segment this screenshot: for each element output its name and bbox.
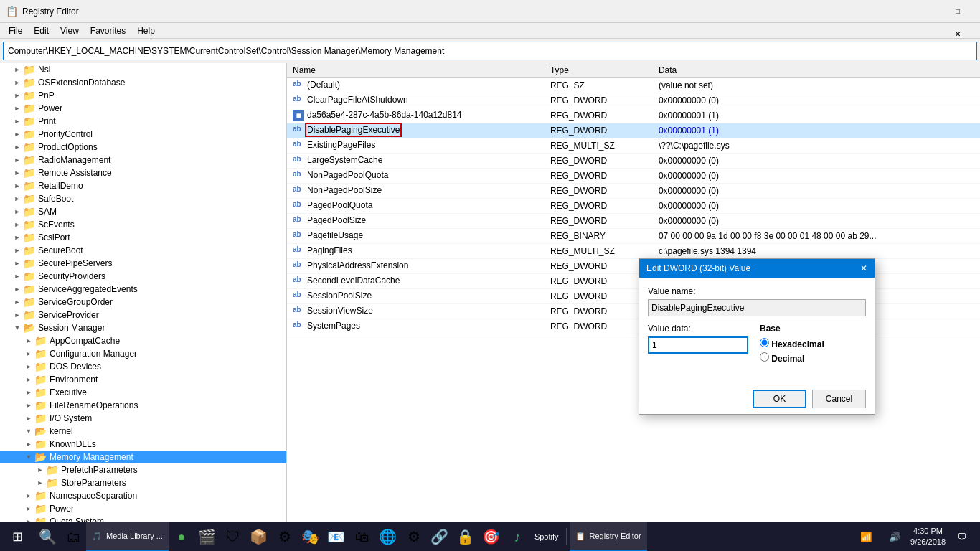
- tree-item-NamespaceSeparation[interactable]: ►📁NamespaceSeparation: [0, 489, 286, 502]
- taskbar-app-media[interactable]: 🎵 Media Library ...: [86, 522, 169, 551]
- expander-SecureBoot[interactable]: ►: [11, 245, 23, 256]
- taskbar-film[interactable]: 🎬: [194, 522, 220, 551]
- expander-PrefetchParameters[interactable]: ►: [34, 464, 46, 476]
- ok-button[interactable]: OK: [753, 390, 806, 408]
- expander-ConfigurationManager[interactable]: ►: [23, 348, 34, 359]
- expander-ServiceProvider[interactable]: ►: [11, 309, 23, 321]
- hexadecimal-radio-label[interactable]: Hexadecimal: [760, 338, 866, 349]
- tree-item-Executive[interactable]: ►📁Executive: [0, 386, 286, 399]
- expander-OSExtensionDatabase[interactable]: ►: [11, 77, 23, 88]
- tree-item-SecureBoot[interactable]: ►📁SecureBoot: [0, 244, 286, 257]
- tree-item-KnownDLLs[interactable]: ►📁KnownDLLs: [0, 438, 286, 451]
- expander-Power2[interactable]: ►: [23, 503, 34, 514]
- registry-row-11[interactable]: abPagingFilesREG_MULTI_SZc:\pagefile.sys…: [287, 244, 980, 259]
- tree-item-ServiceGroupOrder[interactable]: ►📁ServiceGroupOrder: [0, 296, 286, 309]
- expander-KnownDLLs[interactable]: ►: [23, 438, 34, 450]
- expander-AppCompatCache[interactable]: ►: [23, 335, 34, 347]
- expander-kernel[interactable]: ▼: [23, 425, 34, 437]
- tree-item-PriorityControl[interactable]: ►📁PriorityControl: [0, 128, 286, 141]
- close-button[interactable]: ✕: [941, 23, 974, 46]
- tree-item-ScEvents[interactable]: ►📁ScEvents: [0, 218, 286, 231]
- tree-item-ScsiPort[interactable]: ►📁ScsiPort: [0, 231, 286, 244]
- taskbar-mail[interactable]: 📧: [324, 522, 349, 551]
- decimal-radio-label[interactable]: Decimal: [760, 352, 866, 364]
- registry-row-16[interactable]: abSystemPagesREG_DWORD0x00000000 (0): [287, 319, 980, 334]
- registry-row-10[interactable]: abPagefileUsageREG_BINARY07 00 00 00 9a …: [287, 229, 980, 244]
- tree-item-AppCompatCache[interactable]: ►📁AppCompatCache: [0, 334, 286, 347]
- registry-row-2[interactable]: ■da56a5e4-287c-4a5b-86da-140a12d814REG_D…: [287, 108, 980, 123]
- expander-Power[interactable]: ►: [11, 103, 23, 114]
- registry-row-4[interactable]: abExistingPageFilesREG_MULTI_SZ\??\C:\pa…: [287, 138, 980, 154]
- tree-item-Power2[interactable]: ►📁Power: [0, 502, 286, 515]
- registry-row-14[interactable]: abSessionPoolSizeREG_DWORD0x00000004 (4): [287, 289, 980, 304]
- address-bar[interactable]: Computer\HKEY_LOCAL_MACHINE\SYSTEM\Curre…: [3, 42, 977, 60]
- dialog-close-button[interactable]: ✕: [860, 263, 867, 273]
- tree-item-SessionManager[interactable]: ▼📂Session Manager: [0, 321, 286, 334]
- taskbar-shield[interactable]: 🛡: [220, 522, 246, 551]
- tree-item-PnP[interactable]: ►📁PnP: [0, 89, 286, 102]
- taskbar-settings[interactable]: ⚙: [272, 522, 298, 551]
- expander-DOSDevices[interactable]: ►: [23, 361, 34, 372]
- taskbar-store[interactable]: 🛍: [349, 522, 375, 551]
- tree-item-OSExtensionDatabase[interactable]: ►📁OSExtensionDatabase: [0, 76, 286, 89]
- tree-item-Power[interactable]: ►📁Power: [0, 102, 286, 115]
- registry-row-9[interactable]: abPagedPoolSizeREG_DWORD0x00000000 (0): [287, 214, 980, 229]
- taskbar-task-view[interactable]: 🗂: [60, 522, 86, 551]
- expander-MemoryManagement[interactable]: ▼: [23, 451, 34, 463]
- expander-RemoteAssistance[interactable]: ►: [11, 167, 23, 179]
- expander-SecurityProviders[interactable]: ►: [11, 270, 23, 282]
- expander-StoreParameters[interactable]: ►: [34, 477, 46, 489]
- menu-help[interactable]: Help: [131, 24, 161, 37]
- taskbar-pkg[interactable]: 📦: [246, 522, 272, 551]
- tree-item-ConfigurationManager[interactable]: ►📁Configuration Manager: [0, 347, 286, 360]
- menu-edit[interactable]: Edit: [28, 24, 55, 37]
- taskbar-network[interactable]: 📶: [853, 522, 879, 551]
- decimal-radio[interactable]: [760, 352, 769, 362]
- tree-item-StoreParameters[interactable]: ►📁StoreParameters: [0, 476, 286, 489]
- tree-item-Nsi[interactable]: ►📁Nsi: [0, 63, 286, 76]
- tree-item-ServiceProvider[interactable]: ►📁ServiceProvider: [0, 309, 286, 321]
- taskbar-search[interactable]: 🔍: [34, 522, 60, 551]
- tree-item-SecurityProviders[interactable]: ►📁SecurityProviders: [0, 270, 286, 283]
- registry-row-13[interactable]: abSecondLevelDataCacheREG_DWORD0x0000000…: [287, 274, 980, 289]
- expander-RadioManagement[interactable]: ►: [11, 154, 23, 166]
- tree-item-kernel[interactable]: ▼📂kernel: [0, 425, 286, 438]
- tree-item-RetailDemo[interactable]: ►📁RetailDemo: [0, 179, 286, 192]
- expander-RetailDemo[interactable]: ►: [11, 180, 23, 192]
- expander-ScsiPort[interactable]: ►: [11, 232, 23, 243]
- registry-row-1[interactable]: abClearPageFileAtShutdownREG_DWORD0x0000…: [287, 93, 980, 108]
- taskbar-app-regedit[interactable]: 📋 Registry Editor: [570, 522, 647, 551]
- expander-PriorityControl[interactable]: ►: [11, 128, 23, 140]
- registry-row-8[interactable]: abPagedPoolQuotaREG_DWORD0x00000000 (0): [287, 199, 980, 214]
- taskbar-target[interactable]: 🎯: [479, 522, 504, 551]
- expander-Print[interactable]: ►: [11, 116, 23, 127]
- expander-Nsi[interactable]: ►: [11, 64, 23, 75]
- menu-file[interactable]: File: [3, 24, 28, 37]
- registry-row-3[interactable]: abDisablePagingExecutiveREG_DWORD0x00000…: [287, 123, 980, 138]
- registry-row-0[interactable]: ab(Default)REG_SZ(value not set): [287, 78, 980, 93]
- registry-row-7[interactable]: abNonPagedPoolSizeREG_DWORD0x00000000 (0…: [287, 184, 980, 199]
- tree-item-RadioManagement[interactable]: ►📁RadioManagement: [0, 154, 286, 166]
- tree-item-DOSDevices[interactable]: ►📁DOS Devices: [0, 360, 286, 373]
- value-name-input[interactable]: [648, 299, 866, 316]
- taskbar-link[interactable]: 🔗: [427, 522, 453, 551]
- taskbar-sec[interactable]: 🔒: [453, 522, 479, 551]
- tree-item-FileRenameOperations[interactable]: ►📁FileRenameOperations: [0, 399, 286, 412]
- taskbar-chrome[interactable]: ●: [169, 522, 194, 551]
- tree-item-QuotaSystem[interactable]: ►📁Quota System: [0, 515, 286, 522]
- value-data-input[interactable]: [648, 336, 748, 354]
- tree-item-Environment[interactable]: ►📁Environment: [0, 373, 286, 386]
- menu-view[interactable]: View: [55, 24, 85, 37]
- tree-item-IOSystem[interactable]: ►📁I/O System: [0, 412, 286, 425]
- expander-QuotaSystem[interactable]: ►: [23, 516, 34, 522]
- tree-item-MemoryManagement[interactable]: ▼📂Memory Management: [0, 451, 286, 463]
- tree-item-ServiceAggregatedEvents[interactable]: ►📁ServiceAggregatedEvents: [0, 283, 286, 296]
- registry-row-6[interactable]: abNonPagedPoolQuotaREG_DWORD0x00000000 (…: [287, 169, 980, 184]
- time-display[interactable]: 4:30 PM 9/26/2018: [910, 526, 946, 548]
- tree-item-RemoteAssistance[interactable]: ►📁Remote Assistance: [0, 166, 286, 179]
- tree-item-Print[interactable]: ►📁Print: [0, 115, 286, 128]
- taskbar-gears[interactable]: ⚙: [401, 522, 427, 551]
- expander-NamespaceSeparation[interactable]: ►: [23, 490, 34, 501]
- expander-Executive[interactable]: ►: [23, 387, 34, 398]
- notification-icon[interactable]: 🗨: [948, 522, 974, 551]
